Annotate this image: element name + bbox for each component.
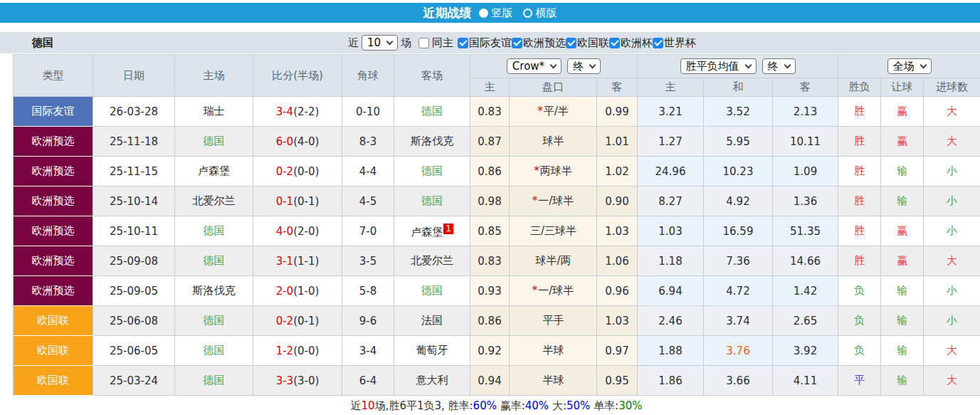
odds-home: 0.83	[470, 246, 510, 276]
away-team: 德国	[394, 157, 470, 187]
odds-home: 0.92	[470, 336, 510, 366]
score-cell: 3-4(2-2)	[253, 97, 342, 127]
sub-header-odds-away: 客	[597, 78, 638, 97]
table-row: 欧洲预选 25-10-14 北爱尔兰 0-1(0-1) 4-5 德国 0.98 …	[14, 187, 980, 216]
score-cell: 0-2(0-1)	[253, 306, 342, 336]
home-team: 德国	[175, 336, 253, 366]
match-date: 26-03-28	[93, 97, 175, 127]
checkbox-icon[interactable]	[566, 38, 576, 48]
competition-filter[interactable]: 欧国联	[566, 36, 609, 50]
summary-segment: 30%	[618, 399, 642, 412]
competition-filter[interactable]: 国际友谊	[458, 36, 512, 50]
summary-segment: 单率:	[590, 399, 618, 412]
checkbox-icon[interactable]	[458, 38, 468, 48]
corner-score: 5-8	[342, 276, 394, 306]
avg-time-select[interactable]: 终	[762, 58, 796, 74]
radio-icon[interactable]	[479, 9, 488, 18]
result-wdl: 负	[838, 276, 881, 306]
avg-draw-odds: 5.95	[704, 127, 773, 157]
radio-icon[interactable]	[523, 9, 532, 18]
odds-company-select[interactable]: Crow*	[507, 58, 562, 74]
odds-time-select[interactable]: 终	[567, 58, 601, 74]
same-home-filter[interactable]: 同主	[418, 36, 453, 50]
avg-away-odds: 2.13	[773, 97, 838, 127]
result-handicap: 输	[881, 157, 924, 187]
avg-type-select[interactable]: 胜平负均值	[680, 58, 757, 74]
competition-filter[interactable]: 欧洲预选	[512, 36, 566, 50]
summary-segment: 60%	[473, 399, 497, 412]
odds-company-value: Crow*	[512, 60, 544, 73]
results-tbody: 国际友谊 26-03-28 瑞士 3-4(2-2) 0-10 德国 0.83 *…	[14, 97, 980, 396]
match-date: 25-11-15	[93, 157, 175, 187]
handicap: 球半/两	[510, 246, 597, 276]
handicap: *两球半	[510, 157, 597, 187]
summary-segment: 10	[362, 399, 375, 412]
match-date: 25-10-11	[93, 216, 175, 246]
odds-away: 1.06	[597, 246, 638, 276]
table-row: 欧洲预选 25-10-11 德国 4-0(2-0) 7-0 卢森堡1 0.85 …	[14, 216, 980, 246]
competition-filter[interactable]: 欧洲杯	[609, 36, 653, 50]
away-team: 德国	[394, 276, 470, 306]
checkbox-icon[interactable]	[653, 38, 663, 48]
result-goals: 大	[924, 366, 980, 396]
away-team: 北爱尔兰	[394, 246, 470, 276]
chevron-down-icon	[550, 61, 557, 68]
corner-score: 7-0	[342, 216, 394, 246]
odds-away: 0.95	[597, 366, 638, 396]
avg-home-odds: 1.27	[638, 127, 704, 157]
layout-option[interactable]: 横版	[523, 6, 557, 20]
summary-segment: 场,胜6平1负3, 胜率:	[375, 399, 473, 412]
corner-score: 9-6	[342, 306, 394, 336]
competition-filter-label: 欧洲杯	[621, 36, 653, 50]
avg-group-header: 胜平负均值 终	[638, 55, 838, 78]
col-header-corner: 角球	[342, 55, 394, 97]
corner-score: 4-4	[342, 157, 394, 187]
odds-time-value: 终	[573, 60, 584, 73]
result-wdl: 负	[838, 306, 881, 336]
layout-option[interactable]: 竖版	[479, 6, 513, 20]
chevron-down-icon	[784, 61, 791, 68]
competition-filter-label: 欧洲预选	[523, 36, 566, 50]
result-handicap: 赢	[881, 216, 924, 246]
chevron-down-icon	[386, 38, 394, 45]
checkbox-icon[interactable]	[418, 38, 429, 48]
odds-home: 0.83	[470, 97, 510, 127]
recent-count-select[interactable]: 10	[362, 35, 398, 51]
away-team: 德国	[394, 97, 470, 127]
result-handicap: 赢	[881, 97, 924, 127]
avg-home-odds: 24.96	[638, 157, 704, 187]
result-handicap: 赢	[881, 127, 924, 157]
away-team: 卢森堡1	[394, 216, 470, 246]
avg-draw-odds: 3.76	[704, 336, 773, 366]
checkbox-icon[interactable]	[609, 38, 620, 48]
competition-filter-label: 世界杯	[664, 36, 696, 50]
match-date: 25-10-14	[93, 187, 175, 216]
checkbox-icon[interactable]	[512, 38, 522, 48]
avg-time-value: 终	[768, 60, 779, 73]
result-group-header: 全场	[838, 55, 980, 78]
summary-segment: 赢率:	[497, 399, 525, 412]
summary-segment: 50%	[567, 399, 590, 412]
corner-score: 3-5	[342, 246, 394, 276]
col-header-score: 比分(半场)	[253, 55, 342, 97]
competition-type-badge: 欧国联	[14, 336, 93, 366]
result-goals: 小	[924, 157, 980, 187]
sub-header-handicap: 盘口	[510, 78, 597, 97]
avg-away-odds: 4.11	[773, 366, 838, 396]
competition-type-badge: 国际友谊	[14, 97, 93, 127]
odds-away: 1.01	[597, 127, 638, 157]
result-goals: 大	[924, 246, 980, 276]
away-team: 葡萄牙	[394, 336, 470, 366]
result-scope-select[interactable]: 全场	[887, 58, 932, 74]
layout-option-label: 横版	[536, 6, 557, 20]
match-date: 25-06-05	[93, 336, 175, 366]
competition-filters: 国际友谊欧洲预选欧国联欧洲杯世界杯	[458, 36, 696, 50]
avg-home-odds: 1.88	[638, 336, 704, 366]
odds-group-header: Crow* 终	[470, 55, 638, 78]
avg-home-odds: 2.46	[638, 306, 704, 336]
avg-draw-odds: 4.92	[704, 187, 773, 216]
competition-filter-label: 国际友谊	[469, 36, 512, 50]
competition-filter[interactable]: 世界杯	[653, 36, 696, 50]
table-row: 国际友谊 26-03-28 瑞士 3-4(2-2) 0-10 德国 0.83 *…	[14, 97, 980, 127]
score-cell: 4-0(2-0)	[253, 216, 342, 246]
